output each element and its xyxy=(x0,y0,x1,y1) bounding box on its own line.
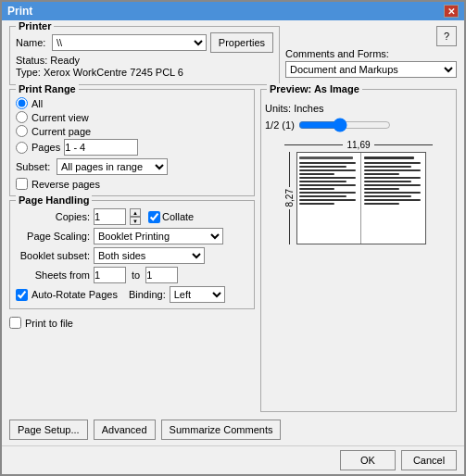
page-left xyxy=(297,153,361,244)
collate-checkbox[interactable] xyxy=(148,211,160,223)
all-label: All xyxy=(31,98,43,109)
height-arrow-top xyxy=(289,152,290,187)
advanced-button[interactable]: Advanced xyxy=(94,420,156,440)
preview-slider[interactable] xyxy=(298,118,391,132)
current-page-radio-row: Current page xyxy=(16,125,248,137)
booklet-subset-dropdown[interactable]: Both sides Front side only Back side onl… xyxy=(94,247,205,264)
width-arrow: 11,69 xyxy=(284,140,433,150)
slider-row: 1/2 (1) xyxy=(265,118,391,132)
main-content: Print Range All Current view Current xyxy=(9,89,457,412)
left-panel: Print Range All Current view Current xyxy=(9,89,255,412)
binding-label: Binding: xyxy=(129,289,166,300)
page-right xyxy=(362,153,425,244)
collate-row: Collate xyxy=(148,211,194,223)
print-to-file-label: Print to file xyxy=(25,318,73,329)
name-label: Name: xyxy=(16,37,48,48)
sheets-from-label: Sheets from xyxy=(16,269,90,281)
comments-dropdown[interactable]: Document and Markups xyxy=(285,61,457,78)
auto-rotate-label: Auto-Rotate Pages xyxy=(31,289,118,300)
page-left-content xyxy=(297,153,360,210)
reverse-pages-row: Reverse pages xyxy=(16,178,248,190)
height-arrow-bottom xyxy=(289,209,290,244)
comments-label: Comments and Forms: xyxy=(285,48,457,59)
ok-button[interactable]: OK xyxy=(340,450,396,470)
print-range-group: Print Range All Current view Current xyxy=(9,89,255,196)
current-view-label: Current view xyxy=(31,112,89,123)
sheets-to-input[interactable] xyxy=(145,267,178,283)
print-to-file-row: Print to file xyxy=(9,317,255,329)
all-radio-row: All xyxy=(16,97,248,109)
page-scaling-dropdown[interactable]: Booklet Printing Fit to Printable Area S… xyxy=(94,228,223,244)
sheets-row: Sheets from to xyxy=(16,267,248,283)
help-button[interactable]: ? xyxy=(436,26,457,46)
page-preview xyxy=(296,152,426,244)
auto-rotate-checkbox[interactable] xyxy=(16,289,28,301)
slider-label: 1/2 (1) xyxy=(265,119,295,131)
page-setup-button[interactable]: Page Setup... xyxy=(9,420,88,440)
summarize-button[interactable]: Summarize Comments xyxy=(161,420,282,440)
pages-row: Pages xyxy=(16,139,248,156)
width-arrow-right xyxy=(374,144,433,145)
status-label: Status: xyxy=(16,55,47,66)
type-value: Xerox WorkCentre 7245 PCL 6 xyxy=(44,67,183,78)
binding-dropdown[interactable]: Left Right xyxy=(170,286,225,303)
printer-section-title: Printer xyxy=(16,20,54,31)
dialog-title: Print xyxy=(7,5,32,18)
top-section: Printer Name: \\ Properties Status: Read… xyxy=(9,26,457,85)
units-label: Units: Inches xyxy=(265,103,324,114)
preview-inner: Units: Inches 1/2 (1) 11,69 xyxy=(265,103,452,407)
status-value: Ready xyxy=(50,55,80,66)
all-radio[interactable] xyxy=(16,97,28,109)
reverse-pages-label: Reverse pages xyxy=(31,179,100,190)
height-arrow: 8,27 xyxy=(284,152,295,244)
footer-top: Page Setup... Advanced Summarize Comment… xyxy=(9,416,457,440)
page-right-content xyxy=(362,153,425,210)
width-value: 11,69 xyxy=(343,140,373,150)
printer-name-dropdown[interactable]: \\ xyxy=(52,34,207,51)
copies-input[interactable] xyxy=(94,208,126,225)
pages-radio[interactable] xyxy=(16,142,28,154)
current-view-radio[interactable] xyxy=(16,111,28,123)
title-bar: Print ✕ xyxy=(2,2,464,20)
current-view-radio-row: Current view xyxy=(16,111,248,123)
width-arrow-left xyxy=(284,144,343,145)
cancel-button[interactable]: Cancel xyxy=(401,450,457,470)
dialog-body: Printer Name: \\ Properties Status: Read… xyxy=(2,20,464,445)
print-range-title: Print Range xyxy=(16,83,79,94)
copies-down-button[interactable]: ▼ xyxy=(130,217,141,225)
preview-diagram: 11,69 8,27 xyxy=(284,140,433,244)
page-scaling-label: Page Scaling: xyxy=(16,231,90,242)
copies-label: Copies: xyxy=(16,211,90,222)
footer-right: OK Cancel xyxy=(340,450,457,470)
copies-up-button[interactable]: ▲ xyxy=(130,208,141,217)
pages-label: Pages xyxy=(31,142,60,153)
collate-label: Collate xyxy=(162,211,194,222)
booklet-subset-row: Booklet subset: Both sides Front side on… xyxy=(16,247,248,264)
properties-button[interactable]: Properties xyxy=(210,32,273,53)
copies-spinner: ▲ ▼ xyxy=(130,208,141,225)
current-page-radio[interactable] xyxy=(16,125,28,137)
subset-label: Subset: xyxy=(16,161,53,172)
height-value: 8,27 xyxy=(284,187,295,208)
sheets-to-label: to xyxy=(130,269,142,281)
preview-title: Preview: As Image xyxy=(267,83,362,94)
page-handling-title: Page Handling xyxy=(16,194,92,206)
type-row: Type: Xerox WorkCentre 7245 PCL 6 xyxy=(16,67,273,78)
reverse-pages-checkbox[interactable] xyxy=(16,178,28,190)
booklet-subset-label: Booklet subset: xyxy=(16,250,90,261)
sheets-from-input[interactable] xyxy=(94,267,126,283)
copies-row: Copies: ▲ ▼ Collate xyxy=(16,208,248,225)
print-dialog: Print ✕ Printer Name: \\ Properties Stat… xyxy=(0,0,466,476)
preview-panel: Preview: As Image Units: Inches 1/2 (1) … xyxy=(260,89,457,412)
subset-dropdown[interactable]: All pages in range Odd pages only Even p… xyxy=(57,158,168,175)
page-handling-group: Page Handling Copies: ▲ ▼ xyxy=(9,200,255,309)
type-label: Type: xyxy=(16,67,41,78)
footer: OK Cancel xyxy=(2,445,464,474)
page-scaling-row: Page Scaling: Booklet Printing Fit to Pr… xyxy=(16,228,248,244)
print-to-file-checkbox[interactable] xyxy=(9,317,21,329)
pages-input[interactable] xyxy=(64,139,138,156)
subset-row: Subset: All pages in range Odd pages onl… xyxy=(16,158,248,175)
close-button[interactable]: ✕ xyxy=(444,5,459,18)
diagram-body: 8,27 xyxy=(284,152,433,244)
current-page-label: Current page xyxy=(31,126,91,137)
